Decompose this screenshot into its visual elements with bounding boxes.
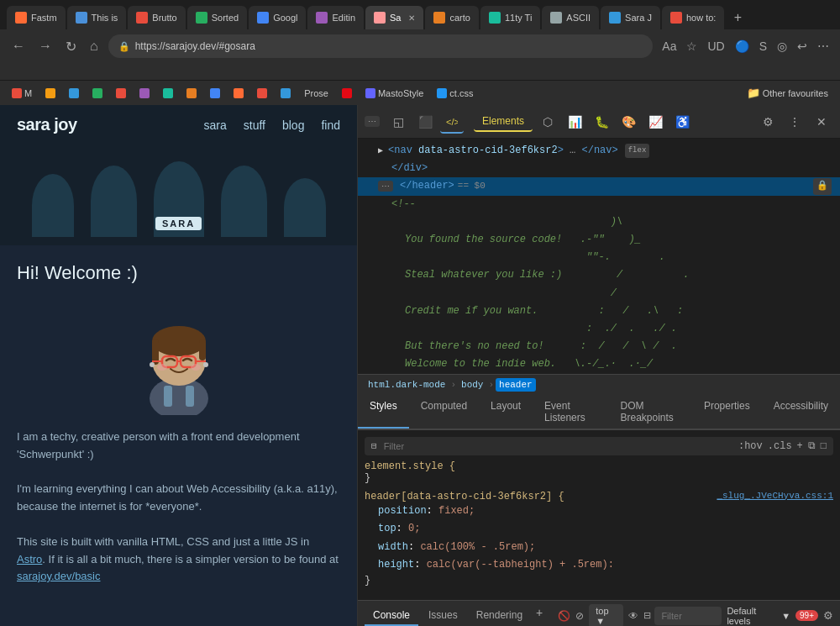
dt-tab-elements[interactable]: Elements: [474, 112, 533, 132]
tab-sara-active[interactable]: Sa ✕: [365, 6, 423, 29]
address-bar[interactable]: 🔒 https://sarajoy.dev/#gosara: [108, 34, 654, 58]
bookmark-m[interactable]: M: [7, 87, 37, 100]
performance-icon[interactable]: 📊: [563, 110, 586, 134]
extension4-icon[interactable]: ◎: [774, 37, 790, 55]
inspector-icon[interactable]: ◱: [386, 110, 410, 134]
bookmark-icon4[interactable]: [111, 87, 131, 100]
tab-fastm[interactable]: Fastm: [7, 6, 66, 29]
tab-carto[interactable]: carto: [425, 6, 478, 29]
bookmark-netflix[interactable]: [337, 87, 357, 100]
collapse-triangle[interactable]: ▶: [378, 145, 383, 158]
css-rule-header: header[data-astro-cid-3ef6ksr2] { _slug_…: [365, 491, 833, 587]
breadcrumb-header[interactable]: header: [496, 378, 536, 392]
tab-11ty[interactable]: 11ty Ti: [480, 6, 540, 29]
breadcrumb-html[interactable]: html.dark-mode: [365, 378, 449, 392]
console-filter-input[interactable]: [654, 607, 722, 625]
home-button[interactable]: ⌂: [87, 35, 102, 57]
tab-editing[interactable]: Editin: [307, 6, 364, 29]
class-toggle[interactable]: .cls: [768, 440, 792, 452]
console-filter-icon[interactable]: ⊘: [575, 610, 584, 622]
styles-tab-computed[interactable]: Computed: [409, 395, 479, 429]
tab-google[interactable]: Googl: [249, 6, 306, 29]
more-icon[interactable]: ⋯: [815, 37, 832, 55]
bookmark-prose[interactable]: Prose: [299, 87, 333, 100]
styles-tab-accessibility[interactable]: Accessibility: [762, 395, 840, 429]
devtools-more-button[interactable]: ⋯: [365, 116, 380, 127]
extension1-icon[interactable]: UD: [705, 37, 727, 55]
screenshot-icon[interactable]: □: [821, 440, 827, 452]
tab-brutto[interactable]: Brutto: [128, 6, 185, 29]
bookmark-more1[interactable]: [181, 87, 202, 100]
back-button[interactable]: ←: [8, 35, 29, 57]
add-style-icon[interactable]: +: [797, 440, 803, 452]
styles-tab-dom[interactable]: DOM Breakpoints: [609, 395, 692, 429]
forward-button[interactable]: →: [35, 35, 55, 57]
bookmark-icon2[interactable]: [64, 87, 84, 100]
bookmark-icon6[interactable]: [158, 87, 178, 100]
console-icon[interactable]: ⬛: [413, 110, 437, 134]
other-favourites-folder[interactable]: 📁 Other favourites: [742, 85, 833, 101]
styles-tab-layout[interactable]: Layout: [479, 395, 533, 429]
nav-find[interactable]: find: [321, 118, 340, 132]
close-devtools-button[interactable]: ✕: [810, 110, 833, 134]
bookmark-more5[interactable]: [276, 87, 296, 100]
add-console-tab-button[interactable]: +: [533, 606, 546, 626]
style-editor-icon[interactable]: 🎨: [617, 110, 640, 134]
new-tab-button[interactable]: +: [726, 6, 749, 29]
memory-icon[interactable]: 📈: [643, 110, 667, 134]
bookmark-mastostyle[interactable]: MastoStyle: [360, 87, 428, 100]
accessibility-icon[interactable]: ♿: [670, 110, 694, 134]
extension3-icon[interactable]: S: [757, 37, 769, 55]
settings-icon[interactable]: ⚙: [756, 110, 780, 134]
elements-icon[interactable]: </>: [440, 110, 464, 134]
link-astro[interactable]: Astro: [17, 553, 42, 566]
more-tools-icon[interactable]: ⋮: [783, 110, 806, 134]
console-tab-issues[interactable]: Issues: [420, 606, 466, 626]
bookmark-more4[interactable]: [252, 87, 272, 100]
console-tab-rendering[interactable]: Rendering: [468, 606, 531, 626]
site-hero: SARA: [0, 145, 357, 245]
reader-icon[interactable]: Aa: [659, 37, 679, 55]
clear-console-button[interactable]: 🚫: [558, 610, 570, 622]
tab-close-button[interactable]: ✕: [408, 13, 415, 23]
styles-tab-events[interactable]: Event Listeners: [533, 395, 608, 429]
styles-tab-properties[interactable]: Properties: [692, 395, 762, 429]
console-tab-console[interactable]: Console: [365, 606, 418, 626]
html-line-header-selected[interactable]: ⋯ </header> == $0 🔒: [358, 177, 840, 195]
styles-filter-input[interactable]: [384, 441, 732, 451]
tab-ascii[interactable]: ASCII: [542, 6, 599, 29]
top-dropdown[interactable]: top ▼: [589, 604, 623, 627]
bookmark-icon5[interactable]: [134, 87, 155, 100]
nav-stuff[interactable]: stuff: [244, 118, 265, 132]
tab-howto[interactable]: how to:: [662, 6, 724, 29]
refresh-button[interactable]: ↻: [62, 35, 80, 58]
bookmark-icon3[interactable]: [87, 87, 108, 100]
expand-ellipsis-button[interactable]: ⋯: [378, 181, 393, 192]
star-icon[interactable]: ☆: [684, 37, 700, 55]
bookmark-icon1[interactable]: [40, 87, 60, 100]
tab-saraj[interactable]: Sara J: [601, 6, 660, 29]
properties-panel-toggle[interactable]: 🔒: [813, 178, 832, 195]
console-settings-icon[interactable]: ⚙: [823, 609, 833, 622]
link-basic[interactable]: sarajoy.dev/basic: [17, 570, 100, 582]
tab-sorted[interactable]: Sorted: [187, 6, 247, 29]
tab-thisis[interactable]: This is: [67, 6, 127, 29]
hover-toggle[interactable]: :hov: [738, 440, 763, 452]
styles-tab-styles[interactable]: Styles: [358, 395, 409, 429]
debugger-icon[interactable]: 🐛: [590, 110, 613, 134]
bookmark-more3[interactable]: [228, 87, 249, 100]
css-source-link[interactable]: _slug_.JVeCHyva.css:1: [717, 491, 833, 502]
nav-sara[interactable]: sara: [204, 118, 227, 132]
breadcrumb-body[interactable]: body: [458, 378, 486, 392]
nav-blog[interactable]: blog: [282, 118, 304, 132]
extension2-icon[interactable]: 🔵: [732, 37, 752, 55]
default-levels-dropdown[interactable]: Default levels ▼: [727, 606, 790, 626]
bookmark-more2[interactable]: [205, 87, 225, 100]
devtools-html[interactable]: ▶ <nav data-astro-cid-3ef6ksr2> … </nav>…: [358, 139, 840, 374]
bookmark-ctcss[interactable]: ct.css: [432, 87, 478, 100]
css-prop-val: calc(100% - .5rem);: [420, 541, 535, 553]
copy-style-icon[interactable]: ⧉: [808, 440, 816, 452]
console-eye-icon[interactable]: 👁: [628, 610, 638, 622]
network-icon[interactable]: ⬡: [536, 110, 559, 134]
extension5-icon[interactable]: ↩: [795, 37, 810, 55]
